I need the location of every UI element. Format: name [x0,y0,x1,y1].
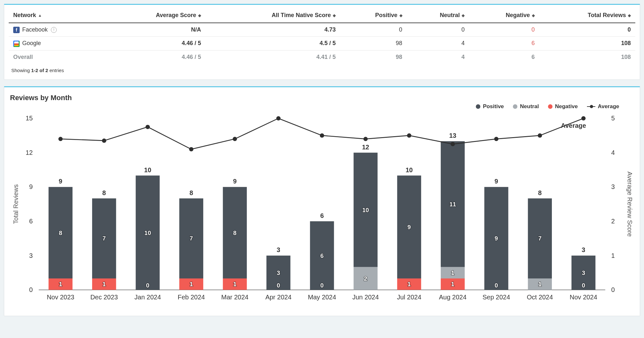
table-row: fFacebook!N/A4.730000 [9,23,635,37]
svg-text:1: 1 [59,281,62,287]
svg-text:9: 9 [495,178,498,185]
svg-text:May 2024: May 2024 [308,293,336,300]
svg-text:1: 1 [611,252,615,259]
col-negative[interactable]: Negative◆ [469,8,539,23]
svg-text:3: 3 [277,269,280,276]
network-name: Facebook [22,26,48,33]
average-point[interactable] [581,116,585,120]
svg-text:6: 6 [320,212,324,219]
svg-text:1: 1 [451,269,454,276]
svg-text:0: 0 [611,286,615,293]
table-entries-info: Showing 1-2 of 2 entries [9,64,635,75]
table-row-overall: Overall4.46 / 54.41 / 59846108 [9,50,635,64]
svg-text:11: 11 [449,201,456,207]
chart-legend: Positive Neutral Negative Average [9,103,635,110]
svg-text:12: 12 [25,149,33,156]
average-point[interactable] [320,133,324,137]
svg-text:Jul 2024: Jul 2024 [397,293,421,300]
average-point[interactable] [276,116,281,120]
svg-text:Dec 2023: Dec 2023 [90,293,118,300]
svg-text:0: 0 [582,282,585,288]
svg-text:3: 3 [611,183,615,190]
svg-text:8: 8 [233,229,236,236]
sort-asc-icon: ▲ [38,13,42,18]
sort-icon: ◆ [399,13,402,18]
svg-text:1: 1 [189,281,193,287]
svg-text:4: 4 [611,149,615,156]
svg-text:15: 15 [25,115,33,122]
average-point[interactable] [407,133,411,137]
average-point[interactable] [538,133,542,137]
svg-text:1: 1 [408,281,411,287]
svg-text:9: 9 [59,178,62,185]
legend-average: Average [587,103,619,110]
svg-text:9: 9 [495,235,498,242]
svg-text:1: 1 [538,281,542,287]
svg-text:6: 6 [29,218,33,225]
svg-text:2: 2 [364,275,367,282]
sort-icon: ◆ [532,13,535,18]
google-icon [13,41,20,47]
network-name: Google [22,40,41,46]
svg-text:7: 7 [102,235,106,242]
svg-text:Nov 2023: Nov 2023 [47,293,74,300]
sort-icon: ◆ [198,13,201,18]
svg-text:10: 10 [362,206,369,213]
svg-text:Oct 2024: Oct 2024 [527,293,553,300]
sort-icon: ◆ [333,13,336,18]
network-scores-table: Network▲ Average Score◆ All Time Native … [9,8,635,64]
svg-text:Mar 2024: Mar 2024 [221,293,248,300]
svg-text:8: 8 [59,229,62,236]
svg-text:7: 7 [189,235,193,242]
average-point[interactable] [102,138,106,143]
svg-text:10: 10 [406,166,413,173]
svg-text:3: 3 [582,246,585,253]
average-point[interactable] [494,136,498,141]
svg-text:0: 0 [277,282,280,288]
col-average-score[interactable]: Average Score◆ [106,8,206,23]
svg-text:1: 1 [102,281,106,287]
reviews-by-month-card: Reviews by Month Positive Neutral Negati… [4,86,640,316]
col-positive[interactable]: Positive◆ [340,8,407,23]
svg-text:Nov 2024: Nov 2024 [570,293,597,300]
svg-text:Apr 2024: Apr 2024 [265,293,292,300]
col-neutral[interactable]: Neutral◆ [407,8,469,23]
svg-text:13: 13 [449,132,456,139]
average-point[interactable] [58,136,62,141]
average-point[interactable] [451,142,455,146]
network-scores-card: Network▲ Average Score◆ All Time Native … [4,4,640,80]
average-point[interactable] [146,125,150,129]
average-point[interactable] [189,147,193,151]
svg-text:Feb 2024: Feb 2024 [178,293,205,300]
svg-text:8: 8 [189,189,193,196]
svg-text:1: 1 [451,281,454,287]
svg-text:5: 5 [611,115,615,122]
svg-text:0: 0 [146,282,149,288]
svg-text:10: 10 [144,166,151,173]
col-network[interactable]: Network▲ [9,8,106,23]
svg-text:0: 0 [495,282,498,288]
svg-text:9: 9 [29,183,33,190]
legend-positive: Positive [476,103,504,110]
chart-title: Reviews by Month [9,90,635,103]
legend-neutral: Neutral [513,103,539,110]
average-point[interactable] [233,136,237,141]
svg-text:2: 2 [611,218,615,225]
svg-text:8: 8 [102,189,106,196]
svg-text:0: 0 [29,286,33,293]
svg-text:Average: Average [561,122,586,129]
svg-text:10: 10 [144,229,151,236]
svg-text:3: 3 [29,252,33,259]
svg-text:Total Reviews: Total Reviews [12,184,19,224]
svg-text:9: 9 [233,178,236,185]
svg-text:1: 1 [233,281,236,287]
info-icon[interactable]: ! [51,27,57,33]
average-point[interactable] [363,136,368,141]
svg-text:0: 0 [320,282,323,288]
svg-text:12: 12 [362,143,369,150]
col-native-score[interactable]: All Time Native Score◆ [206,8,340,23]
col-total[interactable]: Total Reviews◆ [539,8,635,23]
facebook-icon: f [13,27,20,33]
svg-text:Jun 2024: Jun 2024 [352,293,379,300]
table-row: Google4.46 / 54.5 / 59846108 [9,37,635,50]
